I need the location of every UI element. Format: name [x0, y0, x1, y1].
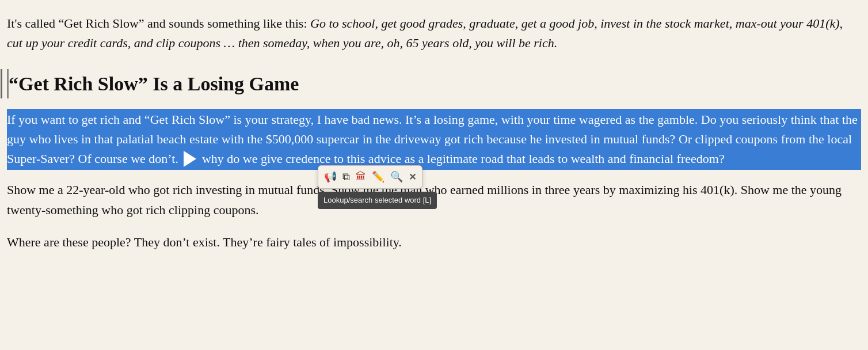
bank-icon[interactable]: 🏛 [356, 169, 366, 185]
selected-paragraph[interactable]: If you want to get rich and “Get Rich Sl… [7, 109, 861, 170]
paragraph3: Where are these people? They don’t exist… [7, 233, 861, 252]
edit-icon[interactable]: ✏️ [372, 169, 384, 185]
magnify-icon[interactable]: 🔍 [390, 169, 403, 185]
intro-text-start: It's called “Get Rich Slow” and sounds s… [7, 16, 310, 31]
close-icon[interactable]: ✕ [409, 170, 416, 184]
speaker-icon[interactable]: 📢 [324, 169, 337, 185]
intro-paragraph: It's called “Get Rich Slow” and sounds s… [7, 14, 861, 53]
copy-icon[interactable]: ⧉ [342, 169, 350, 185]
selection-toolbar: 📢 ⧉ 🏛 ✏️ 🔍 ✕ [318, 165, 422, 189]
selected-block-wrapper: If you want to get rich and “Get Rich Sl… [7, 109, 861, 170]
toolbar-tooltip: Lookup/search selected word [L] [318, 192, 437, 209]
content-area: It's called “Get Rich Slow” and sounds s… [7, 14, 861, 252]
selected-text-after: why do we give credence to this advice a… [202, 151, 725, 166]
section-heading: “Get Rich Slow” Is a Losing Game [7, 69, 861, 98]
play-icon [184, 151, 196, 167]
